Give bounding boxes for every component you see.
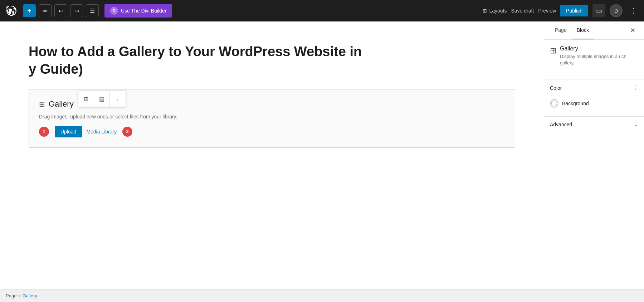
- publish-label: Publish: [566, 8, 582, 14]
- save-draft-button[interactable]: Save draft: [511, 8, 534, 14]
- preview-button[interactable]: Preview: [538, 8, 556, 14]
- gallery-actions: 1 Upload Media Library 2: [39, 126, 505, 137]
- main-layout: How to Add a Gallery to Your WordPress W…: [0, 21, 644, 289]
- block-more-icon: ⋮: [115, 96, 121, 102]
- save-draft-label: Save draft: [511, 8, 534, 14]
- advanced-toggle-icon: ⌄: [634, 122, 638, 127]
- post-title-text-line2: y Guide): [29, 62, 83, 77]
- color-section-title: Color: [550, 85, 562, 91]
- block-description: Display multiple images in a rich galler…: [560, 53, 638, 66]
- background-color-circle[interactable]: [550, 99, 558, 108]
- layouts-button[interactable]: ⊞ Layouts: [483, 8, 507, 14]
- sidebar-content: ⊞ Gallery Display multiple images in a r…: [544, 40, 644, 79]
- edit-button[interactable]: ✏: [39, 4, 52, 17]
- wordpress-icon: [6, 6, 16, 16]
- align-icon: ▤: [99, 96, 104, 102]
- redo-button[interactable]: ↪: [70, 4, 83, 17]
- block-info: ⊞ Gallery Display multiple images in a r…: [550, 45, 638, 66]
- media-library-button[interactable]: Media Library: [86, 129, 117, 135]
- background-color-label: Background: [562, 101, 589, 106]
- gallery-view-icon: ⊞: [84, 96, 88, 102]
- list-icon: ☰: [90, 8, 95, 14]
- bottom-bar: Page › Gallery: [0, 289, 644, 302]
- align-button[interactable]: ▤: [94, 91, 110, 107]
- layouts-grid-icon: ⊞: [483, 8, 487, 14]
- breadcrumb-page[interactable]: Page: [6, 293, 16, 298]
- upload-label: Upload: [60, 129, 76, 135]
- editor-area: How to Add a Gallery to Your WordPress W…: [0, 21, 544, 289]
- block-toolbar: ⊞ ▤ ⋮: [78, 91, 126, 107]
- sidebar-header: Page Block ✕: [544, 21, 644, 40]
- divi-builder-button[interactable]: D Use The Divi Builder: [104, 4, 172, 18]
- wp-logo[interactable]: [4, 4, 19, 18]
- sidebar-toggle-icon: ▭: [596, 7, 602, 15]
- layouts-label: Layouts: [489, 8, 507, 14]
- breadcrumb: Page › Gallery: [6, 293, 37, 298]
- list-view-button[interactable]: ☰: [86, 4, 99, 17]
- post-title-text: How to Add a Gallery to Your WordPress W…: [29, 44, 362, 59]
- block-info-text: Gallery Display multiple images in a ric…: [560, 45, 638, 66]
- background-color-item[interactable]: Background: [550, 96, 638, 111]
- tab-page[interactable]: Page: [550, 21, 572, 39]
- divi-button-label: Use The Divi Builder: [121, 8, 166, 14]
- color-options-icon: ⋮: [633, 85, 638, 91]
- block-tab-label: Block: [577, 27, 589, 33]
- color-circle-inner: [551, 101, 557, 106]
- page-tab-label: Page: [555, 27, 567, 33]
- undo-button[interactable]: ↩: [54, 4, 67, 17]
- breadcrumb-current: Gallery: [23, 293, 37, 298]
- gallery-view-button[interactable]: ⊞: [78, 91, 94, 107]
- block-name: Gallery: [560, 45, 638, 52]
- breadcrumb-separator: ›: [19, 293, 20, 298]
- more-icon: ⋮: [630, 7, 636, 15]
- more-options-button[interactable]: ⋮: [627, 4, 640, 17]
- topbar-right-actions: ⊞ Layouts Save draft Preview Publish ▭ D…: [483, 4, 640, 17]
- plus-icon: +: [27, 7, 31, 15]
- media-library-label: Media Library: [86, 129, 117, 135]
- divi-logo-icon: D: [110, 7, 118, 15]
- color-section-options-button[interactable]: ⋮: [633, 84, 638, 91]
- block-info-icon: ⊞: [550, 46, 556, 55]
- tab-block[interactable]: Block: [572, 21, 594, 39]
- sidebar-close-button[interactable]: ✕: [627, 24, 638, 37]
- gallery-description: Drag images, upload new ones or select f…: [39, 114, 505, 120]
- right-sidebar: Page Block ✕ ⊞ Gallery Display multiple …: [544, 21, 644, 289]
- undo-icon: ↩: [59, 8, 63, 14]
- upload-button[interactable]: Upload: [55, 126, 82, 137]
- post-title[interactable]: How to Add a Gallery to Your WordPress W…: [29, 43, 515, 78]
- gallery-block-icon: ⊞: [39, 100, 45, 108]
- redo-icon: ↪: [74, 8, 79, 14]
- topbar: + ✏ ↩ ↪ ☰ D Use The Divi Builder ⊞ Layou…: [0, 0, 644, 21]
- user-avatar-initial: D: [614, 8, 618, 14]
- publish-button[interactable]: Publish: [560, 5, 588, 16]
- close-icon: ✕: [630, 27, 635, 34]
- advanced-section-header[interactable]: Advanced ⌄: [544, 116, 644, 132]
- step-badge-1: 1: [39, 127, 49, 137]
- gallery-block-title: Gallery: [49, 99, 74, 109]
- advanced-section-title: Advanced: [550, 122, 572, 127]
- pencil-icon: ✏: [43, 8, 48, 14]
- add-block-button[interactable]: +: [23, 4, 36, 17]
- color-section-content: Background: [544, 96, 644, 116]
- step-badge-2: 2: [122, 127, 132, 137]
- color-section-header[interactable]: Color ⋮: [544, 79, 644, 96]
- preview-label: Preview: [538, 8, 556, 14]
- block-more-button[interactable]: ⋮: [110, 91, 126, 107]
- user-avatar[interactable]: D: [610, 4, 623, 17]
- sidebar-toggle-button[interactable]: ▭: [592, 4, 605, 17]
